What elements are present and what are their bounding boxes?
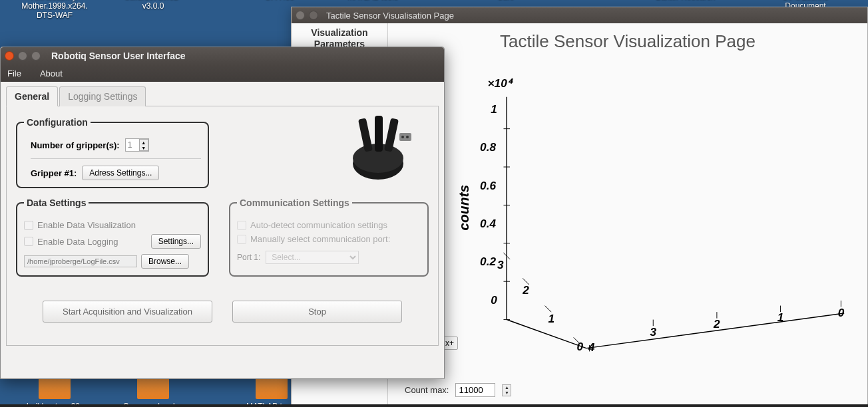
enable-log-label: Enable Data Logging <box>37 237 118 247</box>
desktop-icon[interactable]: All.About.My.Mother.1999.x264.DTS-WAF <box>15 0 95 20</box>
manual-port-checkbox[interactable] <box>237 235 246 244</box>
count-max-label: Count max: <box>405 385 449 395</box>
port1-select[interactable]: Select... <box>266 251 359 264</box>
close-icon[interactable] <box>5 51 14 61</box>
svg-text:2: 2 <box>522 283 529 297</box>
config-legend: Configuration <box>24 117 91 128</box>
chart-3d-axes: 0 0.2 0.4 0.6 0.8 1 ×10⁴ counts <box>393 65 862 358</box>
svg-text:1: 1 <box>777 311 784 324</box>
auto-detect-label: Auto-detect communication settings <box>250 220 387 230</box>
desktop-icon[interactable]: Baxter Research <box>646 0 726 1</box>
desktop-icon-label: buildroot-avr32-v3.0.0 <box>113 0 193 11</box>
svg-text:0.8: 0.8 <box>480 140 496 154</box>
svg-line-15 <box>507 320 586 348</box>
viz-titlebar[interactable]: Tactile Sensor Visualisation Page <box>292 7 867 23</box>
menu-about[interactable]: About <box>37 67 65 80</box>
desktop-icon-label: GPA435 <box>240 0 320 1</box>
close-icon[interactable] <box>296 11 305 20</box>
log-settings-button[interactable]: Settings... <box>151 234 201 249</box>
gripper1-label: Gripper #1: <box>31 168 77 178</box>
maximize-icon[interactable] <box>31 51 41 61</box>
gripper-image <box>338 112 418 185</box>
tab-general[interactable]: General <box>6 86 58 106</box>
menubar: File About <box>1 65 444 82</box>
viz-window-title: Tactile Sensor Visualisation Page <box>326 11 454 21</box>
desktop-icon[interactable]: Safe <box>466 0 546 1</box>
port1-label: Port 1: <box>237 253 260 262</box>
configuration-group: Configuration Number of gripper(s): ▲▼ G… <box>16 117 209 188</box>
svg-text:0: 0 <box>838 306 845 319</box>
svg-text:2: 2 <box>713 317 720 331</box>
svg-text:4: 4 <box>588 340 595 354</box>
count-max-spinner[interactable]: ▲▼ <box>502 384 511 396</box>
tab-strip: General Logging Settings <box>6 86 439 106</box>
start-acquisition-button[interactable]: Start Acquisition and Visualization <box>43 301 212 323</box>
manual-port-label: Manually select communication port: <box>250 234 390 244</box>
enable-viz-checkbox[interactable] <box>24 221 33 230</box>
desktop-icon-label: Baxter Research <box>646 0 726 1</box>
svg-point-41 <box>401 136 404 138</box>
svg-line-21 <box>545 306 552 313</box>
data-settings-legend: Data Settings <box>24 198 89 208</box>
chevron-up-icon[interactable]: ▲ <box>140 140 148 145</box>
svg-text:0.2: 0.2 <box>480 255 496 268</box>
num-grippers-label: Number of gripper(s): <box>31 140 120 150</box>
svg-text:1: 1 <box>491 102 497 116</box>
logfile-path-input[interactable] <box>24 255 137 267</box>
svg-text:counts: counts <box>456 185 471 231</box>
desktop-icon-label: Safe <box>466 0 546 1</box>
data-settings-group: Data Settings Enable Data Visualization … <box>16 198 209 277</box>
svg-text:3: 3 <box>650 325 656 339</box>
browse-button[interactable]: Browse... <box>141 254 189 269</box>
desktop-icon[interactable]: buildroot-avr32-v3.0.0 <box>113 0 193 11</box>
desktop-icon[interactable]: MATLAB tools <box>333 0 413 1</box>
svg-point-42 <box>406 136 409 138</box>
svg-text:3: 3 <box>497 258 504 271</box>
svg-text:×10⁴: ×10⁴ <box>488 76 513 90</box>
robotiq-window-title: Robotiq Sensor User Interface <box>51 51 186 61</box>
svg-rect-38 <box>375 116 383 152</box>
num-grippers-spinner[interactable]: ▲▼ <box>139 139 148 151</box>
svg-text:0.4: 0.4 <box>480 217 496 230</box>
svg-text:0.6: 0.6 <box>480 179 496 192</box>
menu-file[interactable]: File <box>5 67 24 80</box>
enable-log-checkbox[interactable] <box>24 237 33 246</box>
enable-viz-label: Enable Data Visualization <box>37 220 136 230</box>
chevron-down-icon[interactable]: ▼ <box>140 145 148 150</box>
svg-rect-40 <box>399 133 411 141</box>
svg-text:0: 0 <box>576 340 583 353</box>
tab-logging[interactable]: Logging Settings <box>59 86 146 106</box>
stop-button[interactable]: Stop <box>232 301 402 323</box>
auto-detect-checkbox[interactable] <box>237 221 246 230</box>
minimize-icon[interactable] <box>18 51 27 61</box>
desktop-icon-label: MATLAB tools <box>333 0 413 1</box>
svg-text:0: 0 <box>491 293 497 307</box>
svg-rect-37 <box>358 118 373 152</box>
svg-rect-39 <box>384 118 399 152</box>
svg-text:1: 1 <box>548 312 554 325</box>
desktop-icon-label: All.About.My.Mother.1999.x264.DTS-WAF <box>15 0 95 20</box>
taskbar <box>0 404 868 407</box>
robotiq-window: Robotiq Sensor User Interface File About… <box>0 47 445 379</box>
desktop-icon[interactable]: GPA435 <box>240 0 320 1</box>
chevron-down-icon[interactable]: ▼ <box>503 390 511 396</box>
robotiq-titlebar[interactable]: Robotiq Sensor User Interface <box>1 47 444 65</box>
chevron-up-icon[interactable]: ▲ <box>503 385 511 390</box>
comm-legend: Communication Settings <box>237 198 352 208</box>
num-grippers-input[interactable] <box>126 139 139 151</box>
count-max-input[interactable] <box>455 383 495 397</box>
minimize-icon[interactable] <box>309 11 318 20</box>
page-title: Tactile Sensor Visualization Page <box>393 31 862 52</box>
communication-settings-group: Communication Settings Auto-detect commu… <box>229 198 429 277</box>
address-settings-button[interactable]: Adress Settings... <box>82 166 159 180</box>
